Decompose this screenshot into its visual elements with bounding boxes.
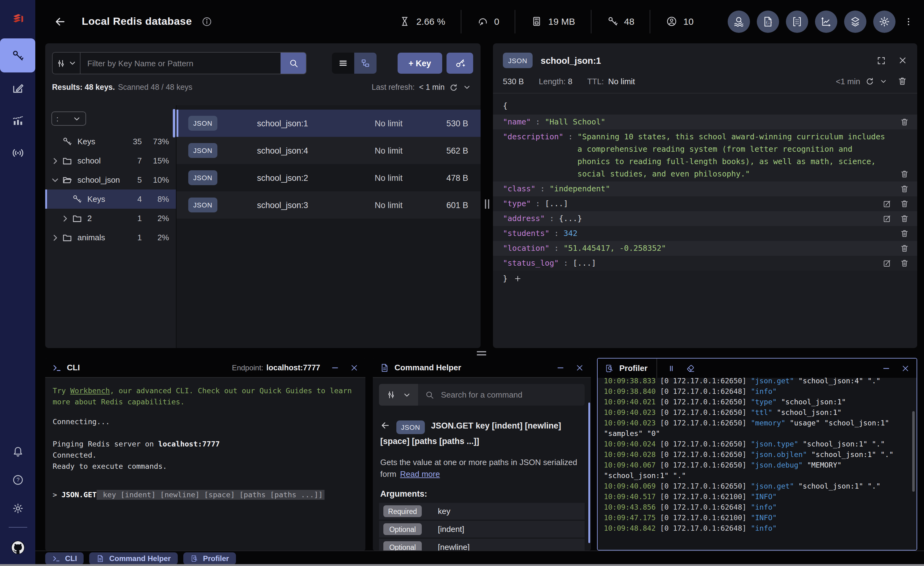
vertical-splitter[interactable] [481, 44, 493, 348]
tool-bulk-matrix-button[interactable] [786, 10, 808, 33]
cli-prompt[interactable]: > JSON.GET key [indent] [newline] [space… [52, 489, 360, 500]
sidebar-item-settings[interactable] [0, 496, 35, 521]
tree-item-school[interactable]: school715% [45, 151, 176, 170]
profiler-scrollbar[interactable] [912, 411, 915, 492]
read-more-link[interactable]: Read more [400, 469, 440, 479]
tree-item-keys[interactable]: Keys48% [45, 189, 176, 209]
close-panel-icon[interactable] [898, 56, 907, 65]
json-value[interactable]: [...] [573, 257, 596, 269]
edit-field-icon[interactable] [882, 199, 892, 209]
delete-field-icon[interactable] [900, 214, 909, 224]
json-key: "location" [503, 242, 550, 255]
delete-field-icon[interactable] [900, 199, 909, 209]
back-icon[interactable] [380, 420, 390, 430]
key-row-school-json-1[interactable]: JSONschool_json:1No limit530 B [177, 110, 481, 137]
search-button[interactable] [280, 53, 306, 74]
bell-icon [12, 445, 24, 458]
json-value[interactable]: "51.445417, -0.258352" [564, 242, 666, 255]
add-json-field-icon[interactable] [513, 274, 522, 283]
tool-chart-line-button[interactable] [815, 10, 837, 33]
key-row-school-json-2[interactable]: JSONschool_json:2No limit478 B [177, 164, 481, 191]
tool-gear-button[interactable] [873, 10, 896, 33]
info-icon[interactable] [201, 16, 212, 27]
filter-type-dropdown[interactable] [52, 53, 81, 74]
tree-item-percent: 10% [142, 175, 176, 185]
sidebar-item-workbench[interactable] [0, 72, 35, 105]
refresh-icon[interactable] [449, 83, 458, 92]
refresh-options-chevron-icon[interactable] [879, 77, 888, 85]
kebab-menu-icon[interactable] [904, 17, 914, 26]
sidebar-item-help[interactable]: ? [0, 467, 35, 492]
workbench-link[interactable]: Workbench [70, 386, 110, 395]
clear-icon[interactable] [685, 363, 695, 373]
json-value[interactable]: 342 [564, 227, 578, 240]
delete-field-icon[interactable] [900, 117, 909, 127]
list-view-button[interactable] [332, 53, 354, 74]
sidebar-item-pub-sub[interactable] [0, 137, 35, 169]
tree-item-school-json[interactable]: school_json510% [45, 170, 176, 189]
tree-item-animals[interactable]: animals12% [45, 228, 176, 247]
delete-field-icon[interactable] [900, 258, 909, 268]
sidebar-item-browser[interactable] [0, 38, 35, 72]
profiler-log[interactable]: 10:09:38.833 [0 172.17.0.1:62650] "json.… [598, 378, 916, 550]
tree-item-2[interactable]: 212% [45, 209, 176, 228]
edit-field-icon[interactable] [882, 258, 892, 268]
tree-item-keys[interactable]: Keys3573% [45, 132, 176, 151]
delete-key-icon[interactable] [897, 76, 907, 86]
cli-output[interactable]: Try Workbench, our advanced CLI. Check o… [45, 378, 365, 551]
tool-layers-button[interactable] [844, 10, 866, 33]
json-value[interactable]: "Spanning 10 states, this school award-w… [578, 131, 885, 180]
sidebar-item-notifications[interactable] [0, 439, 35, 464]
refresh-options-chevron-icon[interactable] [463, 83, 471, 92]
key-filter-input[interactable] [81, 53, 280, 74]
back-button[interactable] [54, 15, 66, 27]
minimize-icon[interactable] [882, 364, 891, 372]
tree-scrollbar[interactable] [173, 109, 175, 138]
json-value[interactable]: {...} [559, 212, 582, 225]
search-icon [425, 390, 434, 399]
json-value[interactable]: "independent" [550, 183, 610, 195]
delimiter-select[interactable]: : [51, 111, 86, 126]
bottom-tab-profiler[interactable]: Profiler [183, 552, 236, 565]
expand-panel-icon[interactable] [876, 56, 886, 65]
command-group-dropdown[interactable] [379, 384, 418, 405]
key-row-school-json-4[interactable]: JSONschool_json:4No limit562 B [177, 137, 481, 164]
delete-field-icon[interactable] [900, 243, 909, 253]
command-helper-scrollbar[interactable] [588, 402, 590, 543]
results-row: Results: 48 keys. Scanned 48 / 48 keys L… [45, 80, 481, 95]
tree-view-button[interactable] [354, 53, 376, 74]
length-label: Length: [539, 77, 566, 86]
chevron-right-icon [60, 214, 70, 223]
delete-field-icon[interactable] [900, 184, 909, 194]
profiler-log-line: 10:09:40.069 [0 172.17.0.1:62650] "json.… [604, 481, 908, 492]
close-icon[interactable] [350, 363, 358, 372]
add-key-button[interactable]: + Key [397, 53, 442, 74]
sparkle-key-button[interactable] [447, 53, 473, 74]
close-icon[interactable] [901, 364, 910, 372]
delete-field-icon[interactable] [900, 228, 909, 239]
key-row-school-json-3[interactable]: JSONschool_json:3No limit601 B [177, 191, 481, 219]
search-icon [288, 58, 298, 68]
minimize-icon[interactable] [331, 363, 339, 372]
horizontal-splitter[interactable] [45, 349, 917, 357]
pubsub-icon [11, 146, 24, 160]
minimize-icon[interactable] [556, 363, 565, 372]
sidebar-item-analytics[interactable] [0, 105, 35, 137]
bottom-tab-cli[interactable]: CLI [45, 552, 84, 565]
tree-item-label: school [77, 156, 123, 165]
refresh-icon[interactable] [865, 77, 874, 86]
edit-field-icon[interactable] [882, 214, 892, 224]
ttl-value[interactable]: No limit [608, 77, 635, 86]
tool-wave-search-button[interactable] [728, 10, 750, 33]
sidebar-item-github[interactable] [0, 535, 35, 560]
command-search-input[interactable] [440, 389, 578, 400]
json-value[interactable]: "Hall School" [544, 116, 605, 128]
close-icon[interactable] [575, 363, 584, 372]
tree-item-count: 5 [123, 175, 142, 185]
log-client: [0 172.17.0.1:62650] [656, 378, 751, 385]
delete-field-icon[interactable] [900, 169, 909, 179]
tool-json-file-button[interactable]: {;} [757, 10, 779, 33]
json-value[interactable]: [...] [544, 198, 568, 210]
pause-icon[interactable] [667, 364, 675, 372]
bottom-tab-command-helper[interactable]: Command Helper [90, 552, 178, 565]
